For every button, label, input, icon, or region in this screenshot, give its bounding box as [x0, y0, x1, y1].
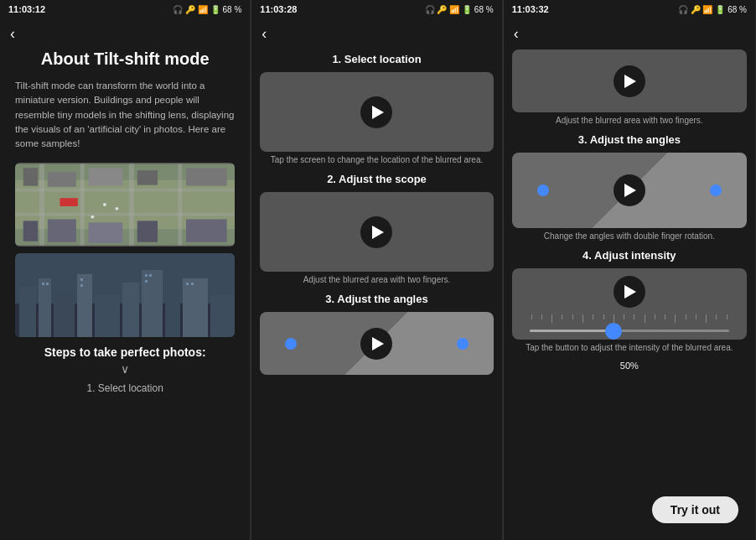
slider-filled — [530, 330, 609, 332]
sample-photo-city — [15, 253, 235, 337]
angles-card-p3[interactable] — [512, 153, 747, 228]
intensity-slider[interactable] — [530, 330, 729, 332]
back-button-2[interactable]: ‹ — [251, 18, 501, 49]
tick — [634, 314, 634, 319]
svg-rect-24 — [19, 287, 36, 337]
section1-caption: Tap the screen to change the location of… — [260, 155, 493, 164]
tick — [706, 314, 707, 323]
svg-rect-9 — [48, 172, 76, 186]
svg-rect-29 — [122, 283, 139, 337]
svg-rect-31 — [165, 287, 180, 337]
tick — [716, 314, 717, 319]
tick — [603, 314, 604, 319]
section2-title: 2. Adjust the scope — [260, 173, 493, 185]
status-icons-1: 🎧 🔑 📶 🔋 68 % — [173, 5, 241, 14]
section3-title-p3: 4. Adjust intensity — [512, 249, 747, 262]
bottom-action-row: Try it out — [504, 488, 755, 540]
select-location-video[interactable] — [260, 72, 493, 152]
blurred-area-video[interactable] — [512, 49, 747, 112]
svg-rect-8 — [23, 169, 38, 186]
time-1: 11:03:12 — [8, 4, 45, 14]
svg-rect-40 — [145, 280, 148, 283]
svg-rect-35 — [46, 283, 49, 285]
adjust-angles-video-partial[interactable] — [260, 312, 493, 375]
tick — [562, 314, 562, 319]
panel1-content: About Tilt-shift mode Tilt-shift mode ca… — [0, 49, 250, 540]
sample-photo-aerial — [15, 163, 235, 247]
angle-dot-left — [285, 338, 297, 350]
svg-point-15 — [116, 207, 119, 210]
play-button-4[interactable] — [614, 65, 645, 97]
svg-rect-42 — [191, 283, 194, 285]
svg-point-14 — [103, 203, 106, 206]
section1-caption-p3: Adjust the blurred area with two fingers… — [512, 116, 747, 125]
panel-steps: 11:03:28 🎧 🔑 📶 🔋 68 % ‹ 1. Select locati… — [251, 0, 502, 540]
svg-rect-5 — [178, 164, 182, 246]
try-it-out-button[interactable]: Try it out — [652, 496, 738, 523]
panel1-title: About Tilt-shift mode — [15, 49, 235, 69]
svg-rect-17 — [23, 221, 38, 241]
svg-rect-41 — [186, 283, 189, 285]
tick — [531, 314, 532, 319]
section3-caption-p3: Tap the button to adjust the intensity o… — [512, 343, 747, 352]
svg-rect-4 — [129, 164, 134, 246]
status-bar-1: 11:03:12 🎧 🔑 📶 🔋 68 % — [0, 0, 250, 18]
tick — [614, 314, 614, 323]
svg-rect-21 — [186, 220, 227, 242]
chevron-down-icon: ∨ — [15, 362, 235, 376]
tick — [572, 314, 573, 319]
svg-rect-18 — [48, 220, 76, 242]
panel2-content: 1. Select location Tap the screen to cha… — [251, 49, 501, 540]
angle-dot-right — [457, 338, 469, 350]
svg-rect-26 — [54, 291, 75, 337]
svg-rect-39 — [149, 274, 152, 277]
section2-caption-p3: Change the angles with double finger rot… — [512, 231, 747, 241]
step1-label: 1. Select location — [15, 382, 235, 394]
percentage-value: 50% — [512, 361, 747, 371]
play-button-6[interactable] — [614, 276, 645, 308]
svg-rect-20 — [137, 221, 158, 242]
panel-advanced: 11:03:32 🎧 🔑 📶 🔋 68 % ‹ Adjust the blurr… — [504, 0, 756, 540]
svg-rect-13 — [60, 198, 77, 206]
svg-rect-28 — [95, 295, 120, 337]
section2-title-p3: 3. Adjust the angles — [512, 133, 747, 146]
back-button-1[interactable]: ‹ — [0, 18, 250, 49]
svg-rect-10 — [88, 169, 122, 186]
status-icons-2: 🎧 🔑 📶 🔋 68 % — [425, 5, 494, 14]
svg-rect-2 — [39, 164, 44, 246]
play-button-5[interactable] — [614, 174, 645, 206]
intensity-card[interactable] — [512, 268, 747, 340]
svg-rect-32 — [183, 278, 208, 337]
status-bar-3: 11:03:32 🎧 🔑 📶 🔋 68 % — [504, 0, 755, 18]
section2-caption: Adjust the blurred area with two fingers… — [260, 275, 493, 284]
time-3: 11:03:32 — [512, 4, 549, 14]
play-button-1[interactable] — [360, 96, 392, 128]
section3-title: 3. Adjust the angles — [260, 293, 493, 305]
steps-label: Steps to take perfect photos: — [15, 345, 235, 359]
slider-ticks — [530, 314, 729, 323]
status-bar-2: 11:03:28 🎧 🔑 📶 🔋 68 % — [251, 0, 501, 18]
play-button-3[interactable] — [360, 328, 392, 360]
tick — [551, 314, 552, 323]
tick — [624, 314, 624, 319]
panel1-description: Tilt-shift mode can transform the world … — [15, 79, 235, 151]
tick — [686, 314, 686, 319]
time-2: 11:03:28 — [260, 4, 297, 14]
tick — [727, 314, 728, 319]
tick — [541, 314, 542, 319]
slider-thumb[interactable] — [605, 323, 622, 340]
svg-rect-6 — [15, 189, 235, 192]
svg-rect-19 — [88, 223, 122, 243]
angle-dot-left-p3 — [537, 184, 549, 196]
slider-track[interactable] — [530, 330, 729, 332]
status-icons-3: 🎧 🔑 📶 🔋 68 % — [678, 5, 747, 14]
svg-rect-34 — [42, 283, 44, 285]
play-button-2[interactable] — [360, 216, 392, 248]
svg-rect-12 — [186, 169, 227, 186]
adjust-scope-video[interactable] — [260, 192, 493, 272]
svg-rect-38 — [145, 274, 148, 277]
back-button-3[interactable]: ‹ — [504, 18, 755, 49]
tick — [696, 314, 696, 319]
svg-rect-7 — [15, 213, 235, 216]
svg-rect-27 — [77, 274, 92, 337]
